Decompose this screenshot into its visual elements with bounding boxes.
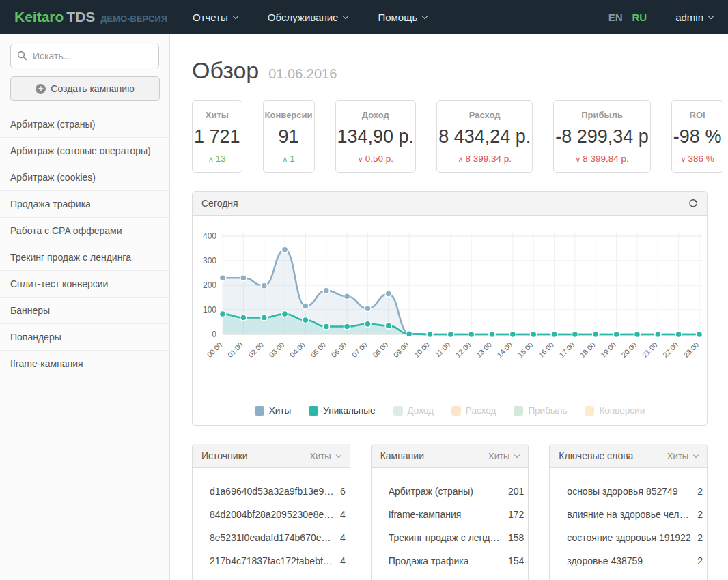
legend-swatch-icon xyxy=(514,406,523,416)
table-row[interactable]: 3dde889723e33ace6af907…4 xyxy=(193,572,350,580)
stat-card-value: -8 299,34 р xyxy=(555,126,649,147)
table-row[interactable]: Iframe-кампания172 xyxy=(372,503,529,526)
sidebar-campaign-item[interactable]: Попандеры xyxy=(0,324,169,351)
svg-text:23:00: 23:00 xyxy=(682,340,700,359)
nav-menu-помощь[interactable]: Помощь xyxy=(378,12,427,23)
svg-text:06:00: 06:00 xyxy=(329,340,348,359)
table-row[interactable]: 8e5231f0eadafd174b670e…4 xyxy=(193,526,350,549)
svg-text:13:00: 13:00 xyxy=(475,340,493,359)
sidebar-campaign-item[interactable]: Сплит-тест конверсии xyxy=(0,271,169,298)
sidebar-search xyxy=(10,44,159,68)
table-row[interactable]: 217b4c71837fac172fabebf…4 xyxy=(193,549,350,572)
table-panel-title: Ключевые слова xyxy=(559,450,633,461)
svg-text:02:00: 02:00 xyxy=(247,340,265,359)
metric-dropdown[interactable]: Хиты xyxy=(488,451,519,461)
table-panel-ключевые-слова: Ключевые словаХитыосновы здоровья 852749… xyxy=(549,444,708,580)
legend-item-прибыль[interactable]: Прибыль xyxy=(514,405,567,416)
sidebar-campaign-item[interactable]: Работа с CPA офферами xyxy=(0,218,169,244)
table-row[interactable]: влияние на здоровье чело…2 xyxy=(550,503,707,526)
row-value: 4 xyxy=(335,509,346,520)
svg-text:20:00: 20:00 xyxy=(619,340,638,359)
summary-tables-row: ИсточникиХитыd1a69640d53a32a9fb13e9…684d… xyxy=(192,444,708,580)
legend-label: Прибыль xyxy=(528,405,567,416)
stat-card-label: Прибыль xyxy=(555,110,649,120)
top-navbar: KeitaroTDSДЕМО-ВЕРСИЯ ОтчетыОбслуживание… xyxy=(0,0,728,34)
sidebar-campaign-item[interactable]: Баннеры xyxy=(0,298,169,324)
sidebar-campaign-item[interactable]: Iframe-кампания xyxy=(0,351,169,377)
table-panel-header: Ключевые словаХиты xyxy=(550,444,707,468)
delta-up-icon: ∧ xyxy=(208,155,214,163)
lang-switch-ru[interactable]: RU xyxy=(632,12,647,23)
legend-swatch-icon xyxy=(585,406,594,416)
row-value: 2 xyxy=(692,555,703,566)
stat-card-delta-value: 0,50 р. xyxy=(365,154,393,164)
table-row[interactable]: состояние здоровья 1919222 xyxy=(550,526,707,549)
table-row[interactable]: Сплит-тест конверсии150 xyxy=(372,572,529,580)
row-name: Iframe-кампания xyxy=(389,509,462,520)
plus-circle-icon: + xyxy=(36,84,46,94)
brand[interactable]: KeitaroTDSДЕМО-ВЕРСИЯ xyxy=(0,9,171,25)
sidebar: + Создать кампанию Арбитраж (страны)Арби… xyxy=(0,34,170,580)
metric-dropdown[interactable]: Хиты xyxy=(309,451,340,461)
svg-text:05:00: 05:00 xyxy=(309,340,327,359)
sidebar-campaign-item[interactable]: Арбитраж (страны) xyxy=(0,111,169,138)
table-row[interactable]: Трекинг продаж с лендинга158 xyxy=(372,526,529,549)
legend-item-хиты[interactable]: Хиты xyxy=(255,405,291,416)
svg-text:22:00: 22:00 xyxy=(661,340,680,359)
nav-menu-label: Помощь xyxy=(378,12,417,23)
sidebar-campaign-item[interactable]: Арбитраж (cookies) xyxy=(0,164,169,191)
svg-text:04:00: 04:00 xyxy=(288,340,307,359)
legend-swatch-icon xyxy=(309,406,318,416)
table-row[interactable]: здоровье с еленой 6329762 xyxy=(550,572,707,580)
sidebar-campaign-item[interactable]: Трекинг продаж с лендинга xyxy=(0,244,169,271)
sidebar-campaign-item[interactable]: Арбитраж (сотовые операторы) xyxy=(0,138,169,164)
refresh-icon[interactable] xyxy=(688,199,698,208)
stat-card-delta: ∨0,50 р. xyxy=(337,154,415,164)
user-menu[interactable]: admin xyxy=(675,12,713,23)
stat-card-label: Хиты xyxy=(194,110,240,120)
stat-card-label: Доход xyxy=(337,110,415,120)
stat-card-конверсии: Конверсии91∧1 xyxy=(263,100,315,173)
svg-text:0: 0 xyxy=(212,330,216,339)
svg-text:01:00: 01:00 xyxy=(226,340,244,359)
legend-label: Расход xyxy=(466,405,496,416)
stat-card-расход: Расход8 434,24 р.∧8 399,34 р. xyxy=(436,100,533,173)
metric-dropdown-label: Хиты xyxy=(667,451,688,461)
chevron-down-icon xyxy=(693,452,699,457)
legend-swatch-icon xyxy=(451,406,461,416)
stat-card-delta-value: 1 xyxy=(290,154,295,164)
sidebar-campaign-item[interactable]: Продажа трафика xyxy=(0,191,169,218)
metric-dropdown[interactable]: Хиты xyxy=(667,451,698,461)
search-input[interactable] xyxy=(10,44,159,68)
legend-label: Доход xyxy=(408,405,434,416)
legend-item-доход[interactable]: Доход xyxy=(393,405,434,416)
svg-text:17:00: 17:00 xyxy=(557,340,576,359)
stat-cards-row: Хиты1 721∧13Конверсии91∧1Доход134,90 р.∨… xyxy=(192,100,708,173)
legend-label: Конверсии xyxy=(599,405,645,416)
table-row[interactable]: 84d2004bf28a2095230e8e…4 xyxy=(193,503,350,526)
table-row[interactable]: Продажа трафика154 xyxy=(372,549,529,572)
legend-item-уникальные[interactable]: Уникальные xyxy=(309,405,375,416)
nav-menu-обслуживание[interactable]: Обслуживание xyxy=(268,12,348,23)
nav-menu-отчеты[interactable]: Отчеты xyxy=(193,12,238,23)
svg-text:19:00: 19:00 xyxy=(599,340,617,359)
svg-text:18:00: 18:00 xyxy=(578,340,597,359)
row-value: 2 xyxy=(692,532,703,543)
today-chart: 010020030040000:0001:0002:0003:0004:0005… xyxy=(195,225,708,397)
table-row[interactable]: основы здоровья 8527492 xyxy=(550,480,707,503)
lang-switch-en[interactable]: EN xyxy=(608,12,623,23)
svg-text:12:00: 12:00 xyxy=(454,340,473,359)
table-row[interactable]: Арбитраж (страны)201 xyxy=(372,480,529,503)
table-row[interactable]: здоровье 4387592 xyxy=(550,549,707,572)
row-value: 4 xyxy=(335,555,346,566)
create-campaign-button[interactable]: + Создать кампанию xyxy=(10,76,160,101)
stat-card-delta-value: 8 399,34 р. xyxy=(465,154,512,164)
stat-card-label: Конверсии xyxy=(265,110,313,120)
legend-item-конверсии[interactable]: Конверсии xyxy=(585,405,645,416)
table-panel-кампании: КампанииХитыАрбитраж (страны)201Iframe-к… xyxy=(371,444,529,580)
legend-item-расход[interactable]: Расход xyxy=(451,405,496,416)
table-row[interactable]: d1a69640d53a32a9fb13e9…6 xyxy=(193,480,350,503)
delta-up-icon: ∧ xyxy=(458,155,463,163)
svg-text:08:00: 08:00 xyxy=(371,340,389,359)
chevron-down-icon xyxy=(335,452,341,457)
